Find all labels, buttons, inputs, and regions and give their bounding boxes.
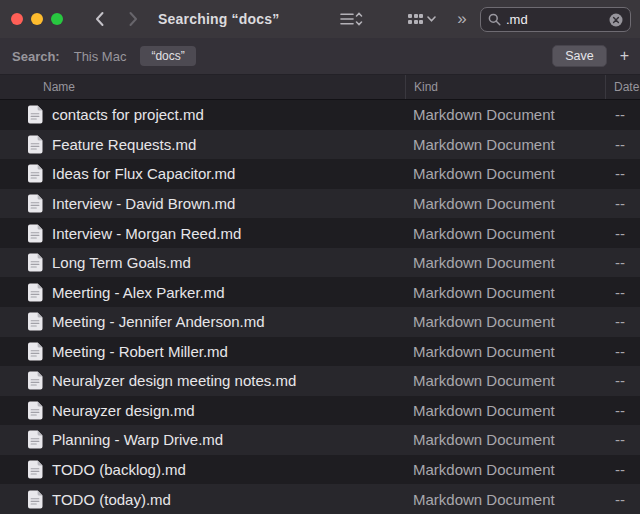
toolbar: Searching “docs” »	[0, 0, 640, 38]
file-kind: Markdown Document	[405, 372, 605, 389]
file-kind: Markdown Document	[405, 431, 605, 448]
file-kind: Markdown Document	[405, 491, 605, 508]
file-row[interactable]: Neuralyzer design meeting notes.md Markd…	[0, 366, 640, 396]
file-kind: Markdown Document	[405, 106, 605, 123]
toolbar-overflow-button[interactable]: »	[450, 5, 474, 33]
document-icon	[27, 490, 43, 509]
sort-view-button[interactable]	[334, 5, 368, 33]
back-button[interactable]	[86, 5, 112, 33]
file-name: TODO (backlog).md	[52, 461, 186, 478]
file-row[interactable]: Interview - Morgan Reed.md Markdown Docu…	[0, 218, 640, 248]
clear-search-icon[interactable]	[609, 13, 623, 27]
file-date: --	[605, 195, 640, 212]
list-sort-icon	[339, 11, 363, 27]
file-kind: Markdown Document	[405, 225, 605, 242]
file-kind: Markdown Document	[405, 284, 605, 301]
file-kind: Markdown Document	[405, 165, 605, 182]
document-icon	[27, 135, 43, 154]
column-header-kind[interactable]: Kind	[405, 75, 605, 99]
fullscreen-button[interactable]	[51, 13, 63, 25]
file-name: Interview - David Brown.md	[52, 195, 235, 212]
file-kind: Markdown Document	[405, 195, 605, 212]
document-icon	[27, 105, 43, 124]
file-kind: Markdown Document	[405, 254, 605, 271]
file-row[interactable]: Meerting - Alex Parker.md Markdown Docum…	[0, 277, 640, 307]
file-date: --	[605, 165, 640, 182]
column-headers: Name Kind Date	[0, 75, 640, 100]
search-scope-label: Search:	[12, 49, 60, 64]
file-name: Interview - Morgan Reed.md	[52, 225, 241, 242]
file-name: Meeting - Robert Miller.md	[52, 343, 228, 360]
file-row[interactable]: TODO (today).md Markdown Document --	[0, 484, 640, 514]
scope-this-mac[interactable]: This Mac	[74, 49, 127, 64]
close-button[interactable]	[11, 13, 23, 25]
file-date: --	[605, 313, 640, 330]
file-row[interactable]: Meeting - Robert Miller.md Markdown Docu…	[0, 337, 640, 367]
file-name: Meeting - Jennifer Anderson.md	[52, 313, 265, 330]
document-icon	[27, 283, 43, 302]
document-icon	[27, 460, 43, 479]
file-name: Feature Requests.md	[52, 136, 196, 153]
file-kind: Markdown Document	[405, 343, 605, 360]
file-kind: Markdown Document	[405, 461, 605, 478]
file-row[interactable]: contacts for project.md Markdown Documen…	[0, 100, 640, 130]
file-date: --	[605, 461, 640, 478]
traffic-lights	[11, 13, 63, 25]
file-list: contacts for project.md Markdown Documen…	[0, 100, 640, 514]
document-icon	[27, 312, 43, 331]
file-row[interactable]: Planning - Warp Drive.md Markdown Docume…	[0, 425, 640, 455]
file-name: Meerting - Alex Parker.md	[52, 284, 225, 301]
file-date: --	[605, 254, 640, 271]
file-date: --	[605, 372, 640, 389]
file-kind: Markdown Document	[405, 313, 605, 330]
file-row[interactable]: Feature Requests.md Markdown Document --	[0, 130, 640, 160]
file-name: Ideas for Flux Capacitor.md	[52, 165, 235, 182]
search-scope-bar: Search: This Mac “docs” Save +	[0, 38, 640, 75]
file-row[interactable]: Long Term Goals.md Markdown Document --	[0, 248, 640, 278]
file-name: Neuralyzer design meeting notes.md	[52, 372, 296, 389]
file-date: --	[605, 431, 640, 448]
search-field[interactable]: .md	[480, 7, 631, 32]
scope-docs-token[interactable]: “docs”	[140, 46, 195, 66]
chevron-right-icon	[128, 11, 139, 27]
document-icon	[27, 430, 43, 449]
file-date: --	[605, 225, 640, 242]
chevron-down-icon	[427, 16, 436, 22]
save-button[interactable]: Save	[552, 45, 607, 67]
add-criteria-button[interactable]: +	[617, 47, 632, 65]
chevron-left-icon	[94, 11, 105, 27]
file-name: contacts for project.md	[52, 106, 204, 123]
file-row[interactable]: Interview - David Brown.md Markdown Docu…	[0, 189, 640, 219]
file-date: --	[605, 343, 640, 360]
document-icon	[27, 194, 43, 213]
double-chevron-icon: »	[457, 9, 466, 29]
file-row[interactable]: Neurayzer design.md Markdown Document --	[0, 396, 640, 426]
document-icon	[27, 253, 43, 272]
file-date: --	[605, 136, 640, 153]
search-icon	[488, 13, 501, 26]
column-header-name[interactable]: Name	[0, 80, 405, 94]
file-row[interactable]: Meeting - Jennifer Anderson.md Markdown …	[0, 307, 640, 337]
file-date: --	[605, 402, 640, 419]
document-icon	[27, 224, 43, 243]
finder-window: Searching “docs” »	[0, 0, 640, 514]
forward-button[interactable]	[120, 5, 146, 33]
column-header-date[interactable]: Date	[605, 75, 640, 99]
file-date: --	[605, 106, 640, 123]
window-title: Searching “docs”	[158, 0, 279, 38]
file-date: --	[605, 284, 640, 301]
file-name: Long Term Goals.md	[52, 254, 191, 271]
file-row[interactable]: TODO (backlog).md Markdown Document --	[0, 455, 640, 485]
file-date: --	[605, 491, 640, 508]
group-view-button[interactable]	[402, 5, 442, 33]
grid-icon	[408, 14, 423, 24]
document-icon	[27, 342, 43, 361]
search-input-value[interactable]: .md	[506, 12, 604, 27]
file-row[interactable]: Ideas for Flux Capacitor.md Markdown Doc…	[0, 159, 640, 189]
document-icon	[27, 164, 43, 183]
document-icon	[27, 401, 43, 420]
file-kind: Markdown Document	[405, 136, 605, 153]
document-icon	[27, 371, 43, 390]
minimize-button[interactable]	[31, 13, 43, 25]
file-name: TODO (today).md	[52, 491, 171, 508]
